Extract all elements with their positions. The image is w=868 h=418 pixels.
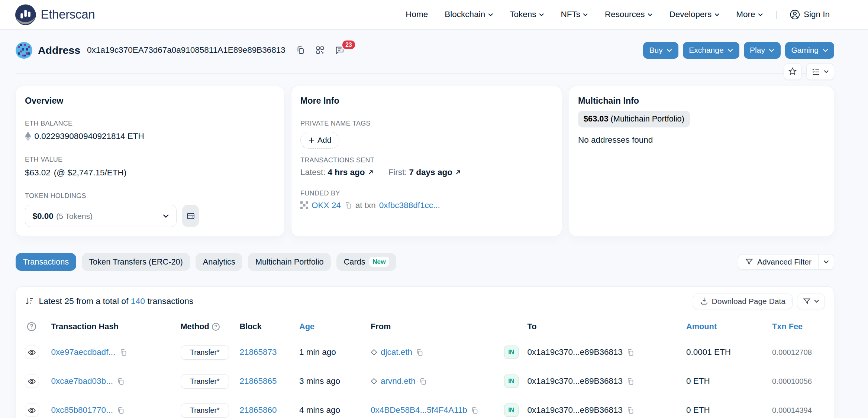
preview-eye-button[interactable] <box>25 375 39 388</box>
funding-txn-link[interactable]: 0xfbc388df1cc... <box>379 201 440 210</box>
copy-to-button[interactable] <box>626 378 634 385</box>
play-button[interactable]: Play <box>744 42 781 59</box>
advanced-filter-split-button: Advanced Filter <box>738 254 834 270</box>
col-method: Method <box>181 322 209 331</box>
copy-tx-hash-button[interactable] <box>117 378 125 385</box>
table-filter-button[interactable] <box>797 294 825 309</box>
latest-tx-link[interactable]: 4 hrs ago <box>328 168 365 177</box>
wallet-button[interactable] <box>182 205 199 227</box>
block-link[interactable]: 21865860 <box>240 405 300 415</box>
col-txn-fee-sort[interactable]: Txn Fee <box>772 322 826 331</box>
copy-icon <box>626 406 634 414</box>
add-name-tag-button[interactable]: Add <box>300 132 339 149</box>
funder-link[interactable]: OKX 24 <box>312 201 341 210</box>
copy-icon <box>626 349 634 356</box>
tab-cards[interactable]: CardsNew <box>336 253 396 271</box>
user-icon <box>790 9 800 20</box>
exchange-button[interactable]: Exchange <box>683 42 739 59</box>
direction-in-badge: IN <box>504 375 519 388</box>
filter-funnel-icon <box>745 257 754 266</box>
chevron-down-icon <box>648 13 653 16</box>
copy-from-button[interactable] <box>419 378 427 385</box>
summary-cards: Overview ETH BALANCE 0.02293908094092181… <box>16 86 834 232</box>
tab-analytics[interactable]: Analytics <box>196 253 242 271</box>
download-icon <box>700 297 709 305</box>
method-help-icon[interactable]: ? <box>212 323 220 331</box>
amount-cell: 0.0001 ETH <box>686 347 772 357</box>
col-amount-sort[interactable]: Amount <box>686 322 772 331</box>
copy-icon <box>117 378 125 385</box>
latest-label: Latest: <box>300 168 326 177</box>
etherscan-logo[interactable]: Etherscan <box>15 4 95 25</box>
copy-to-button[interactable] <box>626 406 634 414</box>
qr-code-button[interactable] <box>316 46 325 55</box>
tab-transactions[interactable]: Transactions <box>16 253 76 271</box>
tx-hash-link[interactable]: 0xe97aecdbadf... <box>51 347 116 357</box>
block-link[interactable]: 21865873 <box>240 347 300 357</box>
method-badge[interactable]: Transfer* <box>181 403 229 418</box>
tx-hash-link[interactable]: 0xcae7bad03b... <box>51 376 113 386</box>
from-address-link[interactable]: djcat.eth <box>381 347 412 357</box>
nav-resources[interactable]: Resources <box>605 10 653 19</box>
copy-tx-hash-button[interactable] <box>117 406 125 414</box>
multichain-title: Multichain Info <box>578 95 825 106</box>
copy-icon <box>626 378 634 385</box>
advanced-filter-caret[interactable] <box>818 255 834 269</box>
tabs: Transactions Token Transfers (ERC-20) An… <box>16 253 396 271</box>
nav-tokens[interactable]: Tokens <box>510 10 544 19</box>
comments-button[interactable]: 23 <box>335 45 345 55</box>
preview-eye-button[interactable] <box>25 404 39 417</box>
buy-button[interactable]: Buy <box>643 42 678 59</box>
first-tx-link[interactable]: 7 days ago <box>409 168 452 177</box>
tx-hash-link[interactable]: 0xc85b801770... <box>51 405 113 415</box>
chevron-down-icon <box>488 13 493 16</box>
chevron-down-icon <box>583 13 588 16</box>
advanced-filter-button[interactable]: Advanced Filter <box>738 255 818 269</box>
token-holdings-select[interactable]: $0.00(5 Tokens) <box>25 205 177 227</box>
multichain-info-card: Multichain Info $63.03 (Multichain Portf… <box>569 86 834 237</box>
main-nav: Home Blockchain Tokens NFTs Resources De… <box>406 9 830 20</box>
nav-blockchain[interactable]: Blockchain <box>445 10 493 19</box>
private-name-tags-label: PRIVATE NAME TAGS <box>300 120 553 127</box>
tab-multichain-portfolio[interactable]: Multichain Portfolio <box>248 253 331 271</box>
copy-address-button[interactable] <box>296 46 305 55</box>
copy-icon <box>471 406 478 414</box>
copy-to-button[interactable] <box>626 349 634 356</box>
col-block: Block <box>240 322 300 331</box>
method-badge[interactable]: Transfer* <box>181 345 229 360</box>
hero-divider <box>16 73 834 74</box>
checklist-icon <box>811 67 820 76</box>
eth-value-label: ETH VALUE <box>25 156 275 163</box>
eth-value: $63.02 <box>25 166 51 179</box>
nav-developers[interactable]: Developers <box>669 10 720 19</box>
arrow-up-right-icon <box>367 169 374 176</box>
nav-more[interactable]: More <box>736 10 763 19</box>
transactions-sent-label: TRANSACTIONS SENT <box>300 156 553 164</box>
multichain-portfolio-button[interactable]: $63.03 (Multichain Portfolio) <box>578 111 690 127</box>
copy-from-button[interactable] <box>416 349 423 356</box>
col-age-sort[interactable]: Age <box>299 322 371 331</box>
nav-home[interactable]: Home <box>406 10 428 19</box>
total-transactions-link[interactable]: 140 <box>131 296 145 306</box>
more-info-card: More Info PRIVATE NAME TAGS Add TRANSACT… <box>291 86 562 237</box>
txn-fee-cell: 0.00012708 <box>772 348 826 357</box>
download-page-data-button[interactable]: Download Page Data <box>693 294 793 309</box>
help-icon[interactable]: ? <box>27 322 36 331</box>
method-badge[interactable]: Transfer* <box>181 374 229 389</box>
copy-tx-hash-button[interactable] <box>119 349 127 356</box>
sign-in-button[interactable]: Sign In <box>790 9 830 20</box>
chevron-down-icon <box>758 13 763 16</box>
gaming-button[interactable]: Gaming <box>785 42 834 59</box>
copy-icon <box>119 349 127 356</box>
copy-funder-button[interactable] <box>344 201 352 209</box>
tab-token-transfers[interactable]: Token Transfers (ERC-20) <box>82 253 190 271</box>
copy-from-button[interactable] <box>471 406 478 414</box>
block-link[interactable]: 21865865 <box>240 376 300 386</box>
from-address-link[interactable]: 0x4BDe58B4...5f4F4A11b <box>371 405 467 415</box>
from-address-link[interactable]: arvnd.eth <box>381 376 416 386</box>
nav-nfts[interactable]: NFTs <box>561 10 588 19</box>
chevron-down-icon <box>727 49 733 52</box>
preview-eye-button[interactable] <box>25 346 39 359</box>
watchlist-button[interactable] <box>806 63 834 80</box>
favorite-star-button[interactable] <box>784 63 802 80</box>
